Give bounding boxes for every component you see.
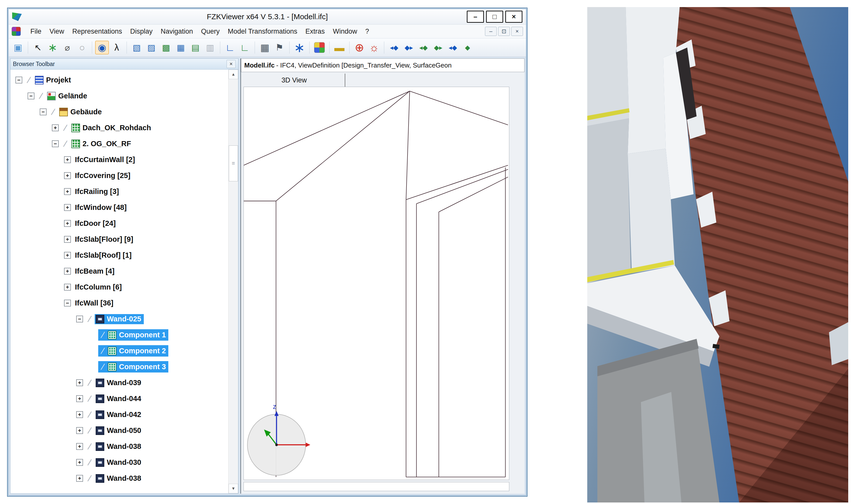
tree-item[interactable]: IfcCurtainWall [2] xyxy=(74,155,137,165)
tree-item[interactable]: Gelände xyxy=(46,91,90,101)
visibility-slash-icon[interactable]: ∕ xyxy=(25,75,33,85)
tree-item[interactable]: Gebäude xyxy=(58,107,104,117)
view-cube-top-icon[interactable]: ▩ xyxy=(159,41,173,54)
menu-item-file[interactable]: File xyxy=(26,26,46,37)
visibility-slash-icon[interactable]: ∕ xyxy=(86,410,94,419)
tree-scrollbar[interactable]: ▲ ≡ ▼ xyxy=(228,70,238,493)
tree-item[interactable]: Wand-042 xyxy=(95,410,144,420)
tree-item[interactable]: Wand-038 xyxy=(95,442,144,452)
collapse-toggle[interactable]: − xyxy=(76,316,83,322)
visibility-slash-icon[interactable]: ∕ xyxy=(99,346,107,356)
scroll-down-icon[interactable]: ▼ xyxy=(229,484,238,493)
close-button[interactable]: × xyxy=(505,11,522,23)
ucs-world-icon[interactable]: ∟ xyxy=(223,41,237,54)
grid-icon[interactable]: ▦ xyxy=(258,41,272,54)
visibility-slash-icon[interactable]: ∕ xyxy=(99,330,107,340)
expand-toggle[interactable]: + xyxy=(64,252,71,259)
expand-toggle[interactable]: + xyxy=(64,284,71,291)
tree-item[interactable]: IfcColumn [6] xyxy=(74,282,124,292)
mdi-restore-button[interactable]: ⊡ xyxy=(498,27,510,36)
snowflake-icon[interactable]: ∗ xyxy=(293,41,306,54)
titlebar[interactable]: FZKViewer x64 V 5.3.1 - [Modell.ifc] – □… xyxy=(8,9,526,24)
step-prev-y-icon[interactable]: ◂◆ xyxy=(417,41,430,54)
visibility-slash-icon[interactable]: ∕ xyxy=(50,107,57,117)
expand-toggle[interactable]: + xyxy=(64,188,71,195)
view-cube-iso-icon[interactable]: ▦ xyxy=(174,41,188,54)
visibility-slash-icon[interactable]: ∕ xyxy=(62,123,69,133)
palette-icon[interactable] xyxy=(314,42,325,53)
minimize-button[interactable]: – xyxy=(467,11,484,23)
menu-item-query[interactable]: Query xyxy=(197,26,224,37)
zoom-icon[interactable]: ⌀ xyxy=(60,41,74,54)
menu-item-navigation[interactable]: Navigation xyxy=(157,26,197,37)
expand-toggle[interactable]: + xyxy=(64,220,71,227)
expand-toggle[interactable]: + xyxy=(64,204,71,211)
mdi-minimize-button[interactable]: – xyxy=(485,27,497,36)
expand-toggle[interactable]: + xyxy=(76,443,83,450)
explode-icon[interactable]: ☼ xyxy=(367,41,381,54)
collapse-toggle[interactable]: − xyxy=(52,140,59,147)
menu-item-extras[interactable]: Extras xyxy=(301,26,329,37)
tab-3d-view[interactable]: 3D View xyxy=(243,74,345,87)
expand-toggle[interactable]: + xyxy=(52,124,59,131)
tree-item[interactable]: IfcWall [36] xyxy=(74,298,116,308)
tree-item-selected[interactable]: Wand-025 xyxy=(95,314,144,324)
tree-item-selected[interactable]: ∕Component 1 xyxy=(98,329,168,341)
collapse-toggle[interactable]: − xyxy=(28,93,34,100)
status-field[interactable] xyxy=(243,482,509,491)
tree-item[interactable]: Wand-030 xyxy=(95,457,144,468)
orientation-gizmo[interactable]: z xyxy=(247,402,310,475)
visibility-slash-icon[interactable]: ∕ xyxy=(86,314,94,324)
expand-toggle[interactable]: + xyxy=(76,475,83,482)
visibility-slash-icon[interactable]: ∕ xyxy=(86,457,94,467)
fit-window-icon[interactable]: ▣ xyxy=(11,41,25,54)
panel-close-button[interactable]: × xyxy=(227,60,236,68)
tree-item[interactable]: IfcSlab[Roof] [1] xyxy=(74,250,134,260)
expand-toggle[interactable]: + xyxy=(64,268,71,275)
tree-item[interactable]: IfcBeam [4] xyxy=(74,266,117,276)
refresh-view-icon[interactable]: ∗ xyxy=(46,41,59,54)
tree-item[interactable]: Wand-050 xyxy=(95,426,144,436)
menu-item--[interactable]: ? xyxy=(361,26,373,37)
step-prev-z-icon[interactable]: ◂◆ xyxy=(446,41,460,54)
tree-item[interactable]: Wand-039 xyxy=(95,378,144,388)
tree-item[interactable]: 2. OG_OK_RF xyxy=(70,139,134,149)
tree-item-selected[interactable]: ∕Component 2 xyxy=(98,345,168,357)
expand-toggle[interactable]: + xyxy=(76,427,83,434)
view-cube-disabled-icon[interactable]: ▥ xyxy=(203,41,217,54)
expand-toggle[interactable]: + xyxy=(76,459,83,466)
visibility-slash-icon[interactable]: ∕ xyxy=(86,473,94,483)
menu-item-display[interactable]: Display xyxy=(126,26,157,37)
visibility-slash-icon[interactable]: ∕ xyxy=(86,442,94,451)
viewport-3d[interactable]: z xyxy=(243,87,509,480)
orbit-icon[interactable]: ◉ xyxy=(95,41,109,54)
tree-item[interactable]: IfcDoor [24] xyxy=(74,218,118,228)
tree-item-selected[interactable]: ∕Component 3 xyxy=(98,361,168,373)
tree-item[interactable]: Wand-038 xyxy=(95,473,144,484)
menu-item-representations[interactable]: Representations xyxy=(68,26,126,37)
collapse-toggle[interactable]: − xyxy=(64,300,71,306)
view-cube-back-icon[interactable]: ▨ xyxy=(144,41,158,54)
step-prev-x-icon[interactable]: ◂◆ xyxy=(387,41,401,54)
tree-item[interactable]: IfcWindow [48] xyxy=(74,202,129,212)
collapse-toggle[interactable]: − xyxy=(40,108,47,115)
expand-toggle[interactable]: + xyxy=(64,172,71,179)
ucs-object-icon[interactable]: ∟ xyxy=(238,41,251,54)
expand-toggle[interactable]: + xyxy=(76,395,83,402)
menu-item-model-transformations[interactable]: Model Transformations xyxy=(224,26,301,37)
collapse-toggle[interactable]: − xyxy=(15,77,22,84)
view-cube-side-icon[interactable]: ▤ xyxy=(189,41,202,54)
expand-toggle[interactable]: + xyxy=(76,379,83,386)
tree-item[interactable]: Wand-044 xyxy=(95,394,144,404)
scroll-thumb[interactable]: ≡ xyxy=(229,145,238,181)
walk-icon[interactable]: λ xyxy=(110,41,123,54)
mdi-close-button[interactable]: × xyxy=(511,27,523,36)
scroll-up-icon[interactable]: ▲ xyxy=(229,70,238,79)
menu-item-window[interactable]: Window xyxy=(329,26,361,37)
tree-item[interactable]: IfcCovering [25] xyxy=(74,171,133,181)
measure-icon[interactable]: ▬ xyxy=(333,41,346,54)
tree-item[interactable]: Projekt xyxy=(34,75,73,85)
visibility-slash-icon[interactable]: ∕ xyxy=(86,426,94,435)
view-cube-front-icon[interactable]: ▧ xyxy=(130,41,143,54)
visibility-slash-icon[interactable]: ∕ xyxy=(37,91,45,101)
